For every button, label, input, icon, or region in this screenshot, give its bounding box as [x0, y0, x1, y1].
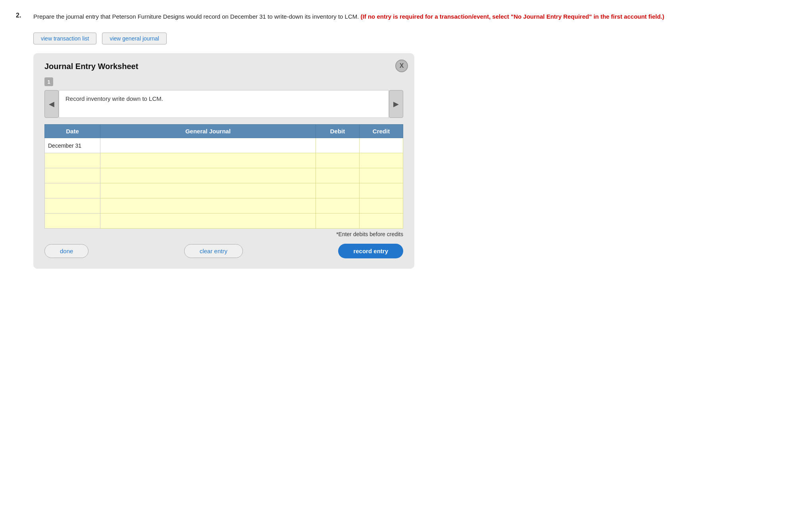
debit-input[interactable]	[316, 138, 359, 153]
worksheet-title: Journal Entry Worksheet	[44, 62, 403, 71]
debit-cell[interactable]	[316, 183, 360, 198]
col-header-date: Date	[45, 125, 100, 138]
debit-cell[interactable]	[316, 198, 360, 214]
close-button[interactable]: X	[395, 60, 408, 72]
record-entry-button[interactable]: record entry	[338, 244, 403, 258]
credit-input[interactable]	[360, 168, 403, 183]
general-journal-cell[interactable]	[100, 214, 316, 229]
general-journal-cell[interactable]	[100, 153, 316, 168]
debit-input[interactable]	[316, 153, 359, 168]
general-journal-input[interactable]	[100, 153, 316, 168]
clear-entry-button[interactable]: clear entry	[184, 244, 243, 258]
general-journal-input[interactable]	[100, 183, 316, 198]
credit-cell[interactable]	[360, 168, 403, 183]
credit-input[interactable]	[360, 183, 403, 198]
col-header-general-journal: General Journal	[100, 125, 316, 138]
credit-input[interactable]	[360, 153, 403, 168]
date-input[interactable]	[48, 168, 97, 183]
col-header-credit: Credit	[360, 125, 403, 138]
general-journal-cell[interactable]	[100, 198, 316, 214]
date-cell	[45, 214, 100, 229]
general-journal-input[interactable]	[100, 138, 316, 153]
action-buttons-row: view transaction list view general journ…	[33, 33, 796, 44]
date-input[interactable]	[48, 214, 97, 228]
question-text-normal: Prepare the journal entry that Peterson …	[33, 13, 359, 20]
credit-cell[interactable]	[360, 198, 403, 214]
done-button[interactable]: done	[44, 244, 89, 258]
debit-cell[interactable]	[316, 153, 360, 168]
credit-input[interactable]	[360, 138, 403, 153]
debit-cell[interactable]	[316, 214, 360, 229]
journal-entry-worksheet: Journal Entry Worksheet X 1 ◀ Record inv…	[33, 53, 414, 269]
general-journal-cell[interactable]	[100, 183, 316, 198]
debit-input[interactable]	[316, 168, 359, 183]
question-text-red: (If no entry is required for a transacti…	[361, 13, 664, 20]
date-cell	[45, 153, 100, 168]
question-text: Prepare the journal entry that Peterson …	[33, 12, 664, 21]
debit-cell[interactable]	[316, 168, 360, 183]
date-input[interactable]	[48, 183, 97, 198]
nav-next-button[interactable]: ▶	[389, 90, 403, 118]
general-journal-cell[interactable]	[100, 138, 316, 153]
date-cell	[45, 183, 100, 198]
description-text: Record inventory write down to LCM.	[59, 90, 389, 118]
credit-input[interactable]	[360, 214, 403, 228]
general-journal-input[interactable]	[100, 214, 316, 228]
table-row	[45, 153, 403, 168]
description-row: ◀ Record inventory write down to LCM. ▶	[44, 90, 403, 118]
table-row	[45, 183, 403, 198]
date-cell	[45, 168, 100, 183]
credit-cell[interactable]	[360, 214, 403, 229]
question-section: 2. Prepare the journal entry that Peters…	[16, 12, 796, 21]
table-row: December 31	[45, 138, 403, 153]
date-cell	[45, 198, 100, 214]
table-row	[45, 214, 403, 229]
debit-input[interactable]	[316, 214, 359, 228]
view-transaction-list-button[interactable]: view transaction list	[33, 33, 96, 44]
col-header-debit: Debit	[316, 125, 360, 138]
table-row	[45, 198, 403, 214]
journal-table: Date General Journal Debit Credit Decemb…	[44, 124, 403, 229]
date-cell: December 31	[45, 138, 100, 153]
enter-note: *Enter debits before credits	[44, 231, 403, 237]
general-journal-input[interactable]	[100, 168, 316, 183]
date-input[interactable]	[48, 153, 97, 168]
step-indicator: 1	[44, 77, 53, 86]
credit-cell[interactable]	[360, 138, 403, 153]
credit-cell[interactable]	[360, 183, 403, 198]
credit-cell[interactable]	[360, 153, 403, 168]
question-number: 2.	[16, 12, 27, 21]
table-row	[45, 168, 403, 183]
credit-input[interactable]	[360, 198, 403, 213]
view-general-journal-button[interactable]: view general journal	[102, 33, 167, 44]
general-journal-cell[interactable]	[100, 168, 316, 183]
debit-input[interactable]	[316, 183, 359, 198]
nav-prev-button[interactable]: ◀	[44, 90, 59, 118]
debit-input[interactable]	[316, 198, 359, 213]
general-journal-input[interactable]	[100, 198, 316, 213]
debit-cell[interactable]	[316, 138, 360, 153]
bottom-buttons-row: done clear entry record entry	[44, 244, 403, 258]
date-input[interactable]	[48, 198, 97, 213]
